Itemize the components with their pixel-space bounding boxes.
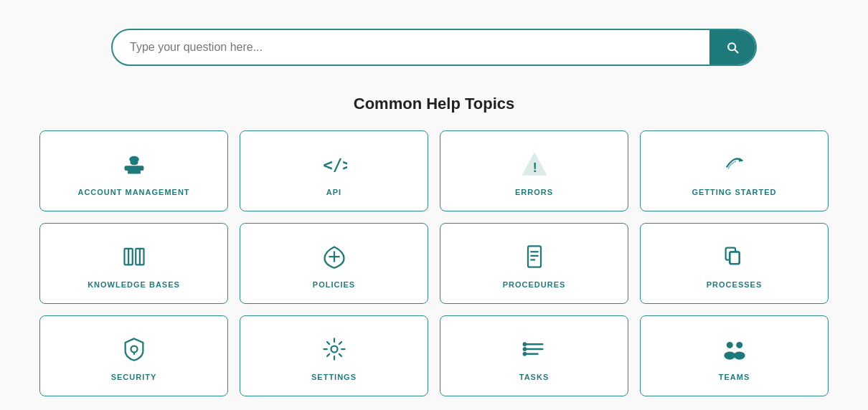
svg-point-18 — [131, 346, 137, 353]
svg-point-29 — [724, 351, 735, 359]
svg-point-26 — [523, 353, 525, 355]
svg-point-25 — [523, 348, 525, 350]
topic-card-tasks[interactable]: TASKS — [440, 315, 628, 396]
svg-rect-2 — [128, 171, 141, 174]
topic-label-processes: PROCESSES — [707, 280, 762, 289]
svg-text:</>: </> — [323, 156, 347, 174]
search-container — [111, 29, 757, 66]
topic-card-policies[interactable]: POLICIES — [240, 223, 428, 304]
settings-icon — [321, 336, 347, 366]
svg-point-20 — [331, 346, 337, 353]
svg-point-3 — [130, 160, 138, 165]
topic-card-knowledge-bases[interactable]: KNOWLEDGE BASES — [39, 223, 228, 304]
topic-label-teams: TEAMS — [719, 373, 750, 381]
topic-card-account-management[interactable]: ACCOUNT MANAGEMENT — [39, 130, 228, 211]
topic-label-security: SECURITY — [111, 373, 157, 381]
topic-label-api: API — [326, 188, 341, 196]
topic-card-errors[interactable]: !ERRORS — [440, 130, 628, 211]
errors-icon: ! — [522, 151, 547, 181]
topic-card-security[interactable]: SECURITY — [39, 315, 228, 396]
api-icon: </> — [321, 151, 347, 181]
tasks-icon — [522, 336, 547, 366]
getting-started-icon — [722, 151, 747, 181]
topic-label-procedures: PROCEDURES — [503, 280, 566, 289]
topics-grid: ACCOUNT MANAGEMENT</>API!ERRORSGETTING S… — [39, 130, 829, 396]
search-input[interactable] — [113, 31, 709, 64]
teams-icon — [722, 336, 747, 366]
svg-point-28 — [736, 342, 742, 348]
topic-label-errors: ERRORS — [515, 188, 553, 196]
svg-text:!: ! — [532, 161, 537, 175]
topic-label-knowledge-bases: KNOWLEDGE BASES — [88, 280, 180, 289]
svg-point-27 — [726, 342, 732, 348]
topic-card-api[interactable]: </>API — [240, 130, 428, 211]
svg-rect-16 — [730, 252, 740, 264]
topic-card-procedures[interactable]: PROCEDURES — [440, 223, 628, 304]
procedures-icon — [522, 244, 547, 273]
topic-card-getting-started[interactable]: GETTING STARTED — [640, 130, 829, 211]
security-icon — [121, 336, 147, 366]
topic-label-tasks: TASKS — [519, 373, 549, 381]
topic-card-teams[interactable]: TEAMS — [640, 315, 829, 396]
topic-label-account-management: ACCOUNT MANAGEMENT — [77, 188, 189, 196]
topic-card-processes[interactable]: PROCESSES — [640, 223, 829, 304]
search-button[interactable] — [709, 30, 755, 65]
svg-point-30 — [733, 351, 745, 359]
topic-label-getting-started: GETTING STARTED — [692, 188, 776, 196]
knowledge-bases-icon — [121, 244, 147, 273]
topic-label-policies: POLICIES — [313, 280, 355, 289]
policies-icon — [321, 244, 347, 273]
account-management-icon — [121, 151, 147, 181]
svg-point-24 — [523, 343, 525, 345]
topic-label-settings: SETTINGS — [311, 373, 357, 381]
topic-card-settings[interactable]: SETTINGS — [240, 315, 428, 396]
processes-icon — [722, 244, 747, 273]
svg-rect-0 — [124, 166, 143, 171]
section-title: Common Help Topics — [354, 95, 515, 113]
search-icon — [725, 40, 740, 54]
